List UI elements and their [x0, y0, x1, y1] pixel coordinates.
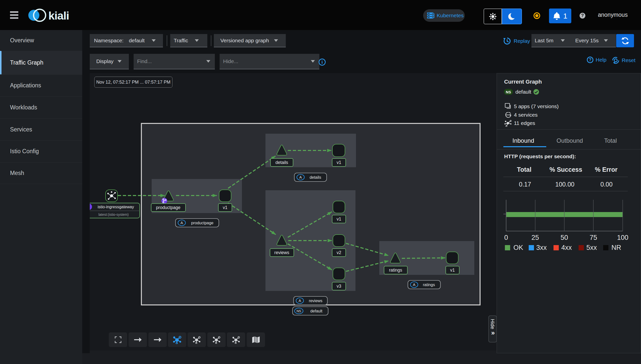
svg-text:details: details [276, 160, 288, 165]
svg-text:latest:(istio-system): latest:(istio-system) [99, 213, 129, 217]
svg-text:A: A [299, 175, 302, 179]
svg-text:100: 100 [617, 234, 628, 241]
svg-text:A: A [413, 282, 415, 287]
svg-text:v1: v1 [337, 160, 341, 165]
svg-text:50: 50 [561, 234, 568, 241]
svg-text:3xx: 3xx [536, 244, 547, 251]
svg-text:4xx: 4xx [561, 244, 572, 251]
svg-text:details: details [310, 175, 321, 179]
svg-text:productpage: productpage [191, 221, 214, 225]
svg-text:istio-ingressgateway: istio-ingressgateway [98, 205, 134, 209]
svg-text:v1: v1 [223, 205, 227, 210]
svg-text:v3: v3 [337, 284, 341, 289]
svg-text:0: 0 [504, 234, 508, 241]
svg-text:reviews: reviews [309, 299, 322, 303]
svg-text:25: 25 [531, 234, 539, 241]
svg-text:reviews: reviews [274, 250, 289, 255]
svg-text:v1: v1 [337, 217, 341, 222]
svg-text:productpage: productpage [156, 205, 180, 210]
svg-text:ratings: ratings [423, 283, 435, 287]
svg-text:default: default [310, 309, 323, 313]
svg-text:OK: OK [513, 244, 523, 251]
svg-text:NS: NS [297, 309, 301, 313]
svg-text:A: A [180, 221, 183, 225]
svg-text:75: 75 [590, 234, 597, 241]
svg-text:NR: NR [611, 244, 621, 251]
svg-text:A: A [299, 298, 301, 303]
svg-text:5xx: 5xx [586, 244, 597, 251]
svg-text:ratings: ratings [389, 268, 402, 273]
svg-text:v2: v2 [337, 250, 341, 255]
svg-text:v1: v1 [450, 268, 455, 273]
